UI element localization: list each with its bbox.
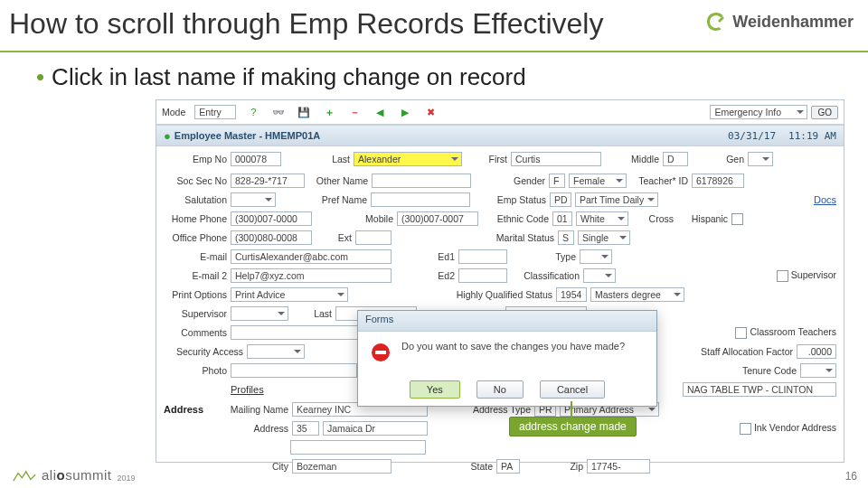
hispanic-check[interactable] [731,213,743,225]
estat-desc[interactable]: Part Time Daily [575,192,658,207]
state-field[interactable]: PA [496,459,520,474]
email1-field[interactable]: CurtisAlexander@abc.com [231,249,392,264]
marital-desc[interactable]: Single [578,230,630,245]
zip-field[interactable]: 17745- [587,459,650,474]
marital-field[interactable]: S [558,230,574,245]
app-toolbar: Mode Entry ? 👓 💾 ＋ － ◀ ▶ ✖ Emergency Inf… [156,100,844,125]
dialog-cancel-button[interactable]: Cancel [540,380,605,399]
status-dot-icon: ● [164,129,171,143]
middle-label: Middle [625,154,659,164]
middle-field[interactable]: D [663,152,688,166]
hphone-label: Home Phone [164,213,227,224]
ext-field[interactable] [355,230,392,245]
teacher-field[interactable]: 6178926 [692,174,744,188]
add-icon[interactable]: ＋ [321,104,337,120]
print-field[interactable]: Print Advice [231,287,348,302]
dialog-message: Do you want to save the changes you have… [401,341,625,352]
class-label: Classification [514,270,580,281]
last-label: Last [325,154,350,164]
mountain-icon [13,470,36,483]
city-field[interactable]: Bozeman [292,459,392,474]
mode-field[interactable]: Entry [194,105,236,119]
type-field[interactable] [580,249,612,264]
prev-icon[interactable]: ◀ [372,104,388,120]
zip-label: Zip [560,461,583,472]
gender-label: Gender [504,175,545,186]
dialog-no-button[interactable]: No [476,380,524,399]
addr-street-field[interactable]: Jamaica Dr [323,421,428,436]
gen-label: Gen [721,154,744,164]
ssn-field[interactable]: 828-29-*717 [231,174,305,188]
ethnic-field[interactable]: 01 [552,211,572,226]
vendor-label: Ink Vendor Address [754,422,836,433]
help-icon[interactable]: ? [245,104,261,120]
last-field[interactable]: Alexander [354,152,462,166]
pref-field[interactable] [371,192,470,207]
other-field[interactable] [372,174,471,188]
supervisor-chk-label: Supervisor [791,269,836,280]
first-label: First [482,154,507,164]
email2-field[interactable]: Help7@xyz.com [231,268,392,283]
callout-address-change: address change made [509,417,637,436]
footer-logo: aliosummit 2019 [13,467,136,483]
salutation-field[interactable] [231,192,276,207]
binoculars-icon[interactable]: 👓 [270,104,287,120]
ophone-label: Office Phone [164,232,227,243]
addr-num-field[interactable]: 35 [292,421,319,436]
bullet-line: •Click in last name if making change on … [36,63,526,91]
mobile-field[interactable]: (300)007-0007 [397,211,478,226]
photo-field[interactable] [231,363,357,378]
supervisor-check[interactable] [777,270,788,282]
profiles-link[interactable]: Profiles [231,384,264,395]
window-date: 03/31/17 [728,130,776,142]
email2-label: E-mail 2 [164,270,227,281]
gender-desc[interactable]: Female [569,174,627,188]
gen-field[interactable] [748,152,773,166]
class-teach-label: Classroom Teachers [750,326,836,337]
empno-label: Emp No [164,154,227,164]
address-section-label: Address [164,404,220,415]
next-icon[interactable]: ▶ [397,104,413,120]
supervisor-field[interactable] [231,306,288,321]
first-field[interactable]: Curtis [511,152,601,166]
tenure-field[interactable] [800,363,836,378]
hq-desc[interactable]: Masters degree [590,287,684,302]
ed1-field[interactable] [458,249,507,264]
delete-icon[interactable]: － [346,104,363,120]
cancel-icon[interactable]: ✖ [422,104,439,120]
teacher-label: Teacher* ID [636,175,688,186]
class-teach-check[interactable] [735,327,747,339]
save-changes-dialog: Forms Do you want to save the changes yo… [357,310,657,407]
staff-field[interactable]: .0000 [797,344,836,359]
window-time: 11:19 AM [788,130,836,142]
go-button[interactable]: GO [811,106,838,119]
save-icon[interactable]: 💾 [296,104,312,120]
sec-field[interactable] [247,344,305,359]
footer-year: 2019 [118,474,136,483]
docs-link[interactable]: Docs [814,194,836,205]
ed2-field[interactable] [458,268,507,283]
quicknav-select[interactable]: Emergency Info [710,105,807,119]
hphone-field[interactable]: (300)007-0000 [231,211,312,226]
other-label: Other Name [308,175,368,186]
addr2-field[interactable] [290,440,426,455]
ed1-label: Ed1 [428,251,455,262]
hq-label: Highly Qualified Status [446,289,552,300]
class-field[interactable] [583,268,616,283]
brand-logo: Weidenhammer [705,11,854,33]
page-number: 16 [845,470,857,483]
dialog-yes-button[interactable]: Yes [410,380,460,399]
ethnic-desc[interactable]: White [576,211,628,226]
gender-field[interactable]: F [549,174,565,188]
hq-field[interactable]: 1954 [556,287,587,302]
estat-field[interactable]: PD [550,192,571,207]
vendor-check[interactable] [740,423,751,435]
empno-field[interactable]: 000078 [231,152,281,166]
supervisor-label: Supervisor [164,308,227,319]
brand-mark-icon [705,11,727,33]
mobile-label: Mobile [341,213,393,224]
salutation-label: Salutation [164,194,227,205]
ophone-field[interactable]: (300)080-0008 [231,230,312,245]
ssn-label: Soc Sec No [164,175,227,186]
slide-title: How to scroll through Emp Records Effect… [9,7,603,41]
